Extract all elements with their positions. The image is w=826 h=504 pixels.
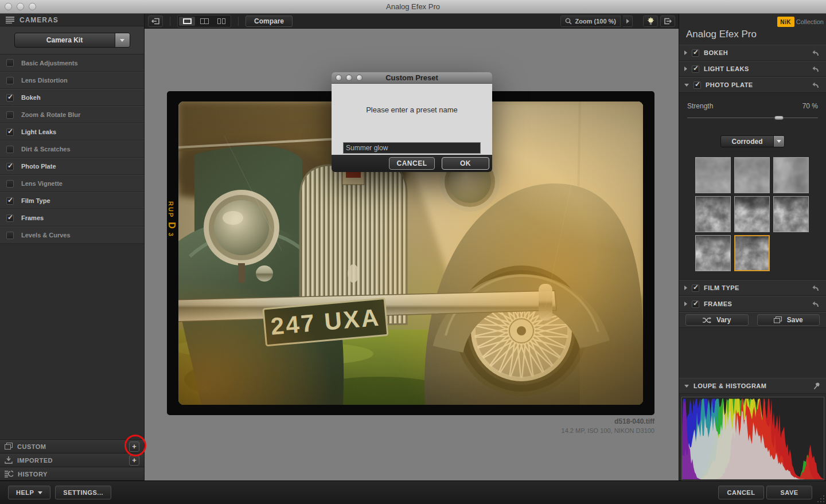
custom-add-button[interactable]: + [129,442,139,452]
texture-thumbnail[interactable] [695,235,731,271]
filter-checkbox[interactable] [6,214,14,222]
filter-checkbox[interactable] [6,94,14,101]
bokeh-checkbox[interactable] [692,49,699,57]
zoom-menu-button[interactable] [623,15,633,27]
dialog-title: Custom Preset [385,73,438,82]
camera-kit-dropdown[interactable]: Camera Kit [14,33,130,48]
photo-plate-checkbox[interactable] [693,81,701,89]
filter-row[interactable]: Dirt & Scratches [0,140,144,158]
film-type-checkbox[interactable] [692,284,699,292]
save-button[interactable]: SAVE [766,486,812,499]
texture-thumbnail[interactable] [773,196,809,232]
strength-slider[interactable] [687,115,818,121]
texture-thumbnail[interactable] [773,157,809,193]
section-bokeh[interactable]: BOKEH [679,45,826,61]
reset-icon[interactable] [812,49,820,57]
dialog-close-button[interactable] [336,75,342,81]
filter-checkbox[interactable] [6,128,14,136]
lightbulb-button[interactable] [643,15,658,27]
filter-row[interactable]: Lens Distortion [0,72,144,89]
settings-button[interactable]: SETTINGS... [55,486,111,499]
save-preset-button[interactable]: Save [757,314,820,326]
filter-row[interactable]: Basic Adjustments [0,54,144,72]
open-image-button[interactable] [148,15,163,27]
disclosure-icon[interactable] [684,286,687,290]
dialog-titlebar[interactable]: Custom Preset [332,72,492,84]
library-row-imported[interactable]: IMPORTED + [0,453,144,467]
view-mode-group [177,15,231,28]
resize-grip[interactable] [816,494,824,502]
dialog-zoom-button[interactable] [356,75,363,81]
section-light-leaks[interactable]: LIGHT LEAKS [679,61,826,77]
filter-checkbox[interactable] [6,111,14,119]
dialog-minimize-button[interactable] [346,75,352,81]
cancel-button[interactable]: CANCEL [718,486,764,499]
filter-row[interactable]: Light Leaks [0,123,144,140]
section-film-type[interactable]: FILM TYPE [679,280,826,296]
reset-icon[interactable] [812,65,820,73]
view-sidebyside-button[interactable] [213,17,229,26]
filter-checkbox[interactable] [6,77,14,84]
dialog-ok-button[interactable]: OK [442,157,489,170]
filter-label: Levels & Curves [21,232,71,239]
filter-checkbox[interactable] [6,59,14,67]
filter-checkbox[interactable] [6,232,14,239]
texture-thumbnail[interactable] [734,157,770,193]
reset-icon[interactable] [812,300,820,308]
reset-icon[interactable] [812,81,820,89]
filter-row[interactable]: Film Type [0,192,144,209]
texture-thumbnail[interactable] [734,196,770,232]
filter-row[interactable]: Bokeh [0,89,144,106]
filter-checkbox[interactable] [6,197,14,205]
disclosure-icon[interactable] [684,84,689,87]
texture-thumbnail[interactable] [695,196,731,232]
compare-button[interactable]: Compare [246,15,293,27]
vary-button[interactable]: Vary [685,314,749,326]
menu-icon[interactable] [6,17,14,24]
filter-row[interactable]: Levels & Curves [0,226,144,244]
filter-checkbox[interactable] [6,146,14,153]
panel-title: Analog Efex Pro [686,29,757,40]
filter-label: Bokeh [21,94,41,101]
section-photo-plate[interactable]: PHOTO PLATE [679,77,826,93]
light-leaks-checkbox[interactable] [692,65,699,73]
cameras-header: CAMERAS [0,14,144,26]
help-button[interactable]: HELP [8,486,50,499]
filter-list: Basic Adjustments Lens Distortion Bokeh … [0,54,144,244]
view-split-button[interactable] [196,17,212,26]
close-button[interactable] [5,3,12,10]
disclosure-icon[interactable] [684,385,689,388]
library-row-custom[interactable]: CUSTOM + [0,439,144,453]
texture-thumbnail[interactable] [734,235,770,271]
zoom-button[interactable] [29,3,36,10]
section-frames[interactable]: FRAMES [679,296,826,312]
filter-row[interactable]: Photo Plate [0,158,144,175]
reset-icon[interactable] [812,284,820,292]
view-single-button[interactable] [179,17,195,26]
filter-row[interactable]: Zoom & Rotate Blur [0,106,144,123]
disclosure-icon[interactable] [684,67,687,71]
library-row-history[interactable]: HISTORY [0,467,144,480]
pin-icon[interactable] [812,382,820,390]
texture-group-dropdown[interactable]: Corroded [720,135,785,147]
filter-checkbox[interactable] [6,163,14,170]
disclosure-icon[interactable] [684,50,687,55]
zoom-control[interactable]: Zoom (100 %) [560,15,621,27]
strength-slider-thumb[interactable] [774,116,784,120]
chevron-down-icon[interactable] [773,136,784,147]
filter-checkbox[interactable] [6,180,14,187]
imported-add-button[interactable]: + [129,455,139,466]
filter-row[interactable]: Frames [0,209,144,226]
disclosure-icon[interactable] [684,302,687,306]
minimize-button[interactable] [17,3,24,10]
frames-checkbox[interactable] [692,300,699,308]
export-panel-button[interactable] [660,15,675,27]
section-loupe-histogram[interactable]: LOUPE & HISTOGRAM [679,378,826,394]
main-toolbar: Compare Zoom (100 %) [145,14,679,29]
texture-thumbnail[interactable] [695,157,731,193]
chevron-down-icon[interactable] [115,33,130,47]
dialog-cancel-button[interactable]: CANCEL [389,157,435,170]
slider-track[interactable] [687,118,818,118]
filter-row[interactable]: Lens Vignette [0,175,144,192]
preset-name-input[interactable] [343,142,481,154]
